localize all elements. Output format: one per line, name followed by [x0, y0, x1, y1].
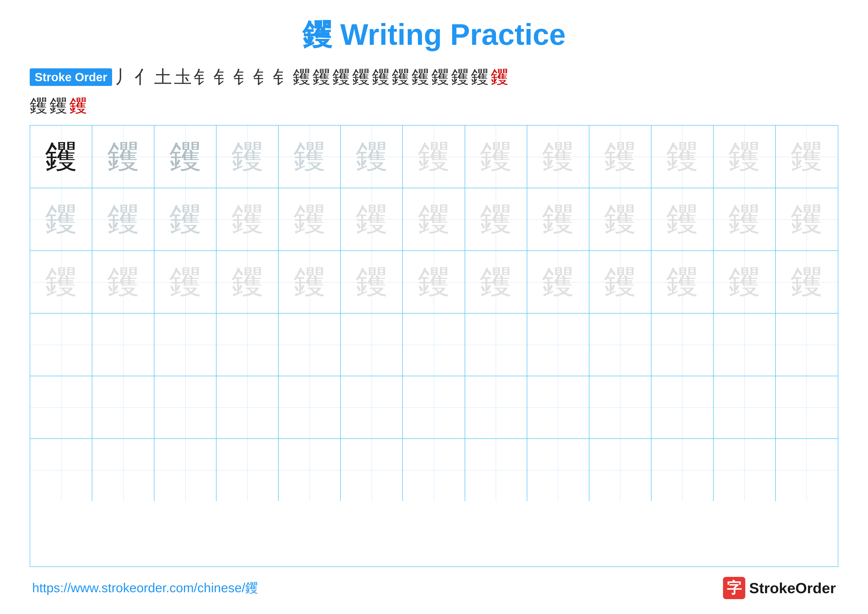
cell-4-7[interactable] [403, 314, 465, 376]
footer-url[interactable]: https://www.strokeorder.com/chinese/钁 [32, 579, 258, 597]
cell-4-6[interactable] [341, 314, 403, 376]
cell-3-12[interactable]: 钁 [714, 251, 776, 313]
cell-6-4[interactable] [217, 439, 279, 501]
cell-5-11[interactable] [651, 376, 714, 438]
page-title: 钁 Writing Practice [302, 18, 566, 51]
cell-5-4[interactable] [217, 376, 279, 438]
cell-1-11[interactable]: 钁 [651, 126, 714, 188]
cell-4-13[interactable] [776, 314, 838, 376]
cell-3-13[interactable]: 钁 [776, 251, 838, 313]
cell-4-11[interactable] [651, 314, 714, 376]
cell-1-2[interactable]: 钁 [92, 126, 154, 188]
cell-1-3[interactable]: 钁 [154, 126, 217, 188]
cell-2-12[interactable]: 钁 [714, 188, 776, 250]
cell-5-12[interactable] [714, 376, 776, 438]
stroke-18: 钁 [451, 65, 469, 89]
cell-4-5[interactable] [279, 314, 341, 376]
char-vlight: 钁 [728, 197, 760, 241]
cell-5-10[interactable] [589, 376, 651, 438]
cell-2-1[interactable]: 钁 [30, 188, 92, 250]
cell-1-13[interactable]: 钁 [776, 126, 838, 188]
cell-1-8[interactable]: 钁 [465, 126, 527, 188]
cell-1-5[interactable]: 钁 [279, 126, 341, 188]
cell-6-2[interactable] [92, 439, 154, 501]
cell-3-4[interactable]: 钁 [217, 251, 279, 313]
cell-5-2[interactable] [92, 376, 154, 438]
cell-5-13[interactable] [776, 376, 838, 438]
stroke-6: 钅 [214, 65, 231, 89]
cell-4-1[interactable] [30, 314, 92, 376]
stroke-4: 圡 [174, 65, 192, 89]
cell-1-4[interactable]: 钁 [217, 126, 279, 188]
cell-1-9[interactable]: 钁 [527, 126, 589, 188]
cell-3-11[interactable]: 钁 [651, 251, 714, 313]
cell-2-8[interactable]: 钁 [465, 188, 527, 250]
char-dark: 钁 [45, 135, 77, 179]
cell-6-1[interactable] [30, 439, 92, 501]
cell-6-13[interactable] [776, 439, 838, 501]
cell-3-9[interactable]: 钁 [527, 251, 589, 313]
cell-5-6[interactable] [341, 376, 403, 438]
cell-2-10[interactable]: 钁 [589, 188, 651, 250]
cell-3-2[interactable]: 钁 [92, 251, 154, 313]
stroke-17: 钁 [431, 65, 449, 89]
cell-1-6[interactable]: 钁 [341, 126, 403, 188]
cell-6-12[interactable] [714, 439, 776, 501]
cell-5-9[interactable] [527, 376, 589, 438]
cell-6-8[interactable] [465, 439, 527, 501]
cell-2-4[interactable]: 钁 [217, 188, 279, 250]
stroke-7: 钅 [233, 65, 251, 89]
footer: https://www.strokeorder.com/chinese/钁 字 … [30, 577, 838, 599]
cell-3-3[interactable]: 钁 [154, 251, 217, 313]
cell-3-8[interactable]: 钁 [465, 251, 527, 313]
grid-row-5 [30, 376, 838, 439]
cell-4-10[interactable] [589, 314, 651, 376]
cell-2-3[interactable]: 钁 [154, 188, 217, 250]
grid-row-3: 钁 钁 钁 钁 钁 钁 钁 钁 钁 钁 钁 钁 钁 [30, 251, 838, 314]
cell-2-13[interactable]: 钁 [776, 188, 838, 250]
char-vlight: 钁 [542, 197, 574, 241]
cell-1-10[interactable]: 钁 [589, 126, 651, 188]
stroke-11: 钁 [313, 65, 330, 89]
practice-grid: 钁 钁 钁 钁 钁 钁 钁 钁 钁 钁 钁 钁 钁 钁 钁 钁 钁 钁 钁 钁 … [30, 125, 838, 567]
cell-5-1[interactable] [30, 376, 92, 438]
char-vlight: 钁 [666, 135, 698, 179]
cell-3-5[interactable]: 钁 [279, 251, 341, 313]
cell-4-3[interactable] [154, 314, 217, 376]
cell-6-6[interactable] [341, 439, 403, 501]
cell-5-3[interactable] [154, 376, 217, 438]
cell-4-2[interactable] [92, 314, 154, 376]
cell-6-3[interactable] [154, 439, 217, 501]
cell-4-12[interactable] [714, 314, 776, 376]
char-vlight: 钁 [293, 197, 326, 241]
cell-3-10[interactable]: 钁 [589, 251, 651, 313]
cell-6-10[interactable] [589, 439, 651, 501]
char-vlight: 钁 [480, 197, 512, 241]
cell-2-2[interactable]: 钁 [92, 188, 154, 250]
cell-1-7[interactable]: 钁 [403, 126, 465, 188]
cell-2-5[interactable]: 钁 [279, 188, 341, 250]
cell-6-11[interactable] [651, 439, 714, 501]
brand-name: StrokeOrder [749, 580, 836, 597]
cell-5-5[interactable] [279, 376, 341, 438]
cell-3-6[interactable]: 钁 [341, 251, 403, 313]
cell-2-11[interactable]: 钁 [651, 188, 714, 250]
cell-4-4[interactable] [217, 314, 279, 376]
cell-3-1[interactable]: 钁 [30, 251, 92, 313]
cell-3-7[interactable]: 钁 [403, 251, 465, 313]
cell-6-9[interactable] [527, 439, 589, 501]
stroke-10: 钁 [293, 65, 310, 89]
char-vlight: 钁 [790, 260, 823, 304]
cell-6-7[interactable] [403, 439, 465, 501]
cell-1-12[interactable]: 钁 [714, 126, 776, 188]
cell-5-7[interactable] [403, 376, 465, 438]
cell-6-5[interactable] [279, 439, 341, 501]
cell-4-8[interactable] [465, 314, 527, 376]
cell-2-7[interactable]: 钁 [403, 188, 465, 250]
cell-4-9[interactable] [527, 314, 589, 376]
cell-2-9[interactable]: 钁 [527, 188, 589, 250]
cell-2-6[interactable]: 钁 [341, 188, 403, 250]
char-vlight: 钁 [480, 260, 512, 304]
cell-1-1[interactable]: 钁 [30, 126, 92, 188]
cell-5-8[interactable] [465, 376, 527, 438]
